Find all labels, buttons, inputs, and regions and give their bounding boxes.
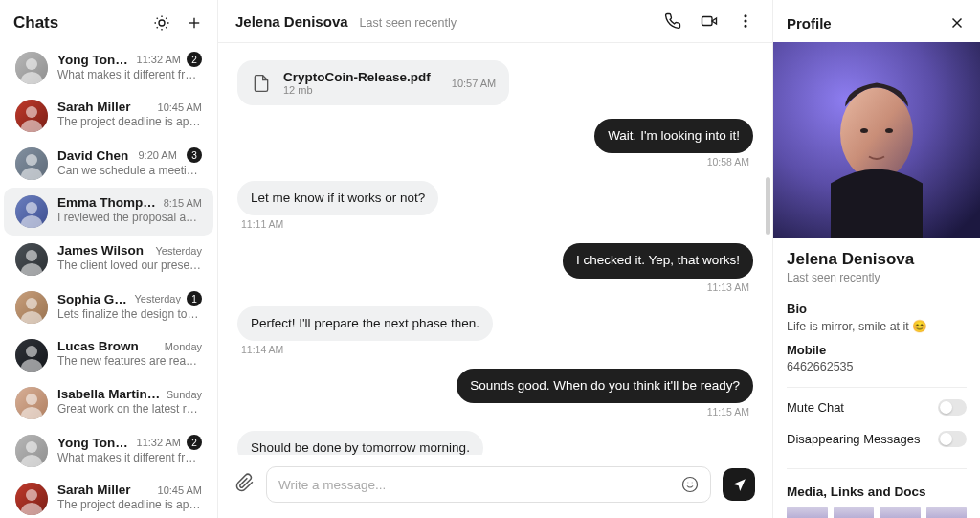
mobile-section: Mobile 6462662535 [773,333,980,373]
avatar [15,291,48,324]
chat-list-item[interactable]: Lucas Brown Monday The new features are … [4,331,213,379]
chat-preview: I reviewed the proposal and… [57,211,202,224]
message-outgoing[interactable]: Sounds good. When do you think it'll be … [457,369,753,417]
more-options-button[interactable] [736,11,755,31]
profile-photo[interactable] [773,42,980,238]
mute-chat-label: Mute Chat [787,400,844,415]
chat-list[interactable]: Yong Tonghyon 11:32 AM 2 What makes it d… [0,44,217,518]
file-icon [251,73,272,94]
message-time: 11:13 AM [703,282,753,293]
mute-chat-row: Mute Chat [773,392,980,423]
svg-point-18 [26,154,37,166]
chat-name: David Chen [57,148,128,163]
media-thumb[interactable] [880,507,921,518]
chat-name: Yong Tonghyon [57,436,131,450]
media-thumbnails [787,507,967,518]
composer-input-wrap [266,466,711,503]
unread-badge: 2 [187,435,202,450]
scrollbar-thumb[interactable] [766,177,770,235]
chat-preview: Can we schedule a meeting … [57,164,202,177]
message-outgoing[interactable]: Wait. I'm looking into it! 10:58 AM [594,119,753,168]
emoji-button[interactable] [681,476,699,493]
chat-list-item[interactable]: James Wilson Yesterday The client loved … [4,236,213,283]
chat-header: Jelena Denisova Last seen recently [218,0,772,43]
close-icon [948,14,966,32]
video-call-button[interactable] [700,11,719,31]
message-incoming[interactable]: CryptoCoin-Release.pdf 12 mb 10:57 AM [237,60,509,105]
chat-list-item[interactable]: Yong Tonghyon 11:32 AM 2 What makes it d… [4,427,213,475]
chat-preview: Lets finalize the design tom… [57,307,202,321]
divider [787,387,967,388]
chat-list-item[interactable]: Isabella Martinez Sunday Great work on t… [4,379,213,427]
mobile-value[interactable]: 6462662535 [787,360,967,373]
chats-sidebar: Chats Yong Tonghyon 11:32 AM 2 What make… [0,0,218,518]
bio-section: Bio Life is mirror, smile at it 😊 [773,292,980,333]
unread-badge: 3 [187,147,202,163]
chat-preview: The project deadline is approachi… [57,498,202,511]
chat-time: 10:45 AM [158,484,202,496]
plus-icon [186,14,203,32]
chat-name: Sophia Garcia [57,292,128,306]
disappearing-label: Disappearing Messages [787,432,920,446]
media-title[interactable]: Media, Links and Docs [787,484,967,499]
svg-point-24 [26,250,37,261]
bio-label: Bio [787,302,967,316]
avatar [15,339,48,372]
message-time: 10:57 AM [452,78,496,89]
profile-title: Profile [787,15,832,32]
chat-preview: What makes it different fro… [57,451,202,464]
disappearing-toggle[interactable] [938,431,967,447]
svg-point-33 [26,394,37,405]
message-incoming[interactable]: Let me know if it works or not? 11:11 AM [237,181,438,230]
avatar [15,100,48,132]
unread-badge: 1 [187,291,202,306]
contact-name[interactable]: Jelena Denisova [235,13,348,30]
messages-container[interactable]: CryptoCoin-Release.pdf 12 mb 10:57 AM Wa… [218,43,772,455]
chat-name: Yong Tonghyon [57,53,131,67]
chat-time: Yesterday [134,293,181,304]
voice-call-button[interactable] [663,11,682,31]
chat-panel: Jelena Denisova Last seen recently Crypt [218,0,773,518]
svg-point-44 [745,20,746,22]
chat-list-item[interactable]: David Chen 9:20 AM 3 Can we schedule a m… [4,140,213,188]
avatar [15,147,48,180]
attach-button[interactable] [235,473,255,496]
avatar [15,243,48,276]
media-thumb[interactable] [926,507,968,518]
sun-icon [153,14,170,32]
media-thumb[interactable] [787,507,828,518]
mute-chat-toggle[interactable] [938,399,967,416]
chat-list-item[interactable]: Sophia Garcia Yesterday 1 Lets finalize … [4,283,213,331]
send-button[interactable] [723,468,755,501]
message-time: 11:14 AM [237,344,493,355]
chat-list-item[interactable]: Sarah Miller 10:45 AM The project deadli… [4,475,213,518]
message-incoming[interactable]: Should be done by tomorrow morning. 11:1… [237,431,483,455]
chat-list-item[interactable]: Emma Thompson 8:15 AM I reviewed the pro… [4,188,213,236]
sidebar-title: Chats [13,13,58,33]
media-thumb[interactable] [834,507,875,518]
message-composer [218,455,772,518]
new-chat-button[interactable] [185,13,204,33]
svg-point-45 [745,25,746,27]
theme-toggle-button[interactable] [152,13,171,33]
chat-list-item[interactable]: Sarah Miller 10:45 AM The project deadli… [4,92,213,140]
avatar [15,483,48,515]
file-attachment[interactable]: CryptoCoin-Release.pdf 12 mb 10:57 AM [237,60,509,105]
media-section: Media, Links and Docs [773,473,980,518]
bio-value: Life is mirror, smile at it 😊 [787,319,967,333]
message-input[interactable] [278,478,681,492]
chat-list-item[interactable]: Yong Tonghyon 11:32 AM 2 What makes it d… [4,44,213,92]
message-time: 10:58 AM [703,156,753,168]
chat-time: Sunday [167,389,202,400]
svg-line-7 [157,27,158,28]
message-time: 11:15 AM [703,406,753,417]
close-profile-button[interactable] [947,13,967,33]
chat-name: James Wilson [57,243,144,258]
message-incoming[interactable]: Perfect! I'll prepare the next phase the… [237,306,493,355]
message-outgoing[interactable]: I checked it. Yep, that works! 11:13 AM [563,243,753,292]
svg-point-0 [159,20,165,26]
chat-time: 9:20 AM [138,149,176,161]
chat-time: 11:32 AM [137,54,181,65]
svg-point-30 [26,346,37,357]
message-bubble: Let me know if it works or not? [237,181,438,215]
